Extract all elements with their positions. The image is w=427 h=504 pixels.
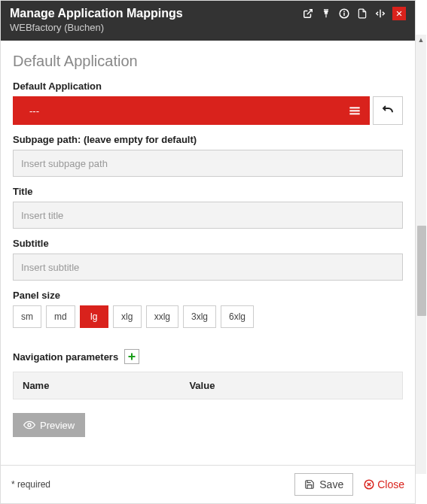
footer: * required Save Close: [1, 465, 415, 503]
close-button[interactable]: [392, 7, 406, 20]
size-btn-sm[interactable]: sm: [13, 305, 41, 328]
title-label: Title: [13, 186, 403, 197]
size-btn-md[interactable]: md: [46, 305, 75, 328]
close-link[interactable]: Close: [364, 478, 404, 490]
close-label: Close: [377, 478, 404, 490]
subpage-input[interactable]: [13, 150, 403, 177]
size-btn-3xlg[interactable]: 3xlg: [183, 305, 216, 328]
subtitle-input[interactable]: [13, 254, 403, 281]
size-btn-xxlg[interactable]: xxlg: [146, 305, 178, 328]
save-label: Save: [319, 478, 343, 490]
section-heading: Default Application: [13, 53, 403, 70]
window-subtitle: WEBfactory (Buchen): [10, 22, 183, 33]
subpage-label: Subpage path: (leave empty for default): [13, 134, 403, 145]
pdf-icon[interactable]: [356, 8, 368, 20]
col-value-header: Value: [189, 380, 393, 391]
size-btn-6xlg[interactable]: 6xlg: [221, 305, 254, 328]
nav-params-label: Navigation parameters: [13, 351, 118, 363]
panel-body: Default Application Default Application …: [1, 41, 415, 465]
size-btn-xlg[interactable]: xlg: [113, 305, 142, 328]
window-title: Manage Application Mappings: [10, 7, 183, 20]
pin-icon[interactable]: [320, 8, 332, 20]
svg-rect-6: [349, 107, 359, 108]
panel-size-label: Panel size: [13, 290, 403, 301]
nav-params-table: Name Value: [13, 372, 403, 399]
svg-point-3: [343, 11, 345, 12]
list-icon: [349, 106, 361, 115]
preview-button[interactable]: Preview: [13, 413, 85, 437]
svg-rect-7: [349, 110, 359, 111]
window-header: Manage Application Mappings WEBfactory (…: [1, 1, 415, 41]
size-btn-lg[interactable]: lg: [80, 305, 108, 328]
default-app-select[interactable]: ---: [13, 96, 370, 125]
panel-size-group: smmdlgxlgxxlg3xlg6xlg: [13, 305, 403, 328]
external-link-icon[interactable]: [302, 8, 314, 20]
svg-point-11: [28, 424, 31, 427]
svg-rect-8: [349, 113, 359, 114]
scrollbar-up-arrow[interactable]: ▲: [416, 35, 426, 45]
default-app-value: ---: [29, 105, 39, 117]
save-button[interactable]: Save: [294, 473, 353, 496]
svg-line-0: [307, 10, 312, 14]
default-app-label: Default Application: [13, 80, 403, 92]
required-note: * required: [11, 479, 50, 490]
preview-label: Preview: [40, 420, 75, 431]
col-name-header: Name: [23, 380, 189, 391]
resize-icon[interactable]: [374, 8, 386, 20]
title-input[interactable]: [13, 202, 403, 229]
info-icon[interactable]: [338, 8, 350, 20]
add-param-button[interactable]: [124, 349, 139, 364]
scrollbar-thumb[interactable]: [417, 226, 426, 316]
subtitle-label: Subtitle: [13, 238, 403, 249]
undo-button[interactable]: [373, 96, 403, 125]
